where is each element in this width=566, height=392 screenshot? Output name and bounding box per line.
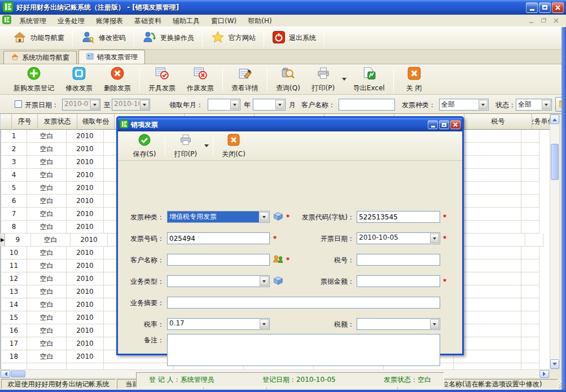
grid-header-seq[interactable]: 序号 <box>12 114 38 130</box>
grid-header-selector <box>1 114 12 130</box>
excel-icon <box>362 66 376 82</box>
status-label: 状态： <box>495 100 516 110</box>
sales-invoice-dialog: 销项发票 保存(S) 打印(P) 关闭(C) 发票种类： 增值税专用发票 <box>116 116 464 355</box>
menu-window[interactable]: 窗口(W) <box>205 15 242 27</box>
vertical-scroll-thumb[interactable] <box>551 144 559 180</box>
query-button[interactable]: 查询(Q) <box>270 65 306 94</box>
print-button[interactable]: 打印(P) <box>306 65 341 94</box>
new-invoice-button[interactable]: 新购发票登记 <box>8 65 60 94</box>
scroll-down-button[interactable] <box>550 359 559 369</box>
save-button[interactable]: 保存(S) <box>127 133 162 160</box>
menu-reports[interactable]: 账簿报表 <box>90 15 129 27</box>
grid-header-year[interactable]: 领取年份 <box>77 114 115 130</box>
mdi-close-button[interactable] <box>551 17 560 25</box>
invoice-date-select[interactable]: 2010-10-05 <box>357 232 440 244</box>
invoice-void-icon <box>192 66 208 82</box>
maximize-button[interactable] <box>539 2 551 13</box>
menu-business[interactable]: 业务处理 <box>52 15 90 27</box>
dialog-close-toolbar-button[interactable]: 关闭(C) <box>216 133 251 160</box>
issue-invoice-button[interactable]: 开具发票 <box>143 65 181 94</box>
menu-system[interactable]: 系统管理 <box>14 15 52 27</box>
close-button[interactable] <box>552 2 564 13</box>
horizontal-scroll-thumb[interactable] <box>11 371 25 377</box>
grid-header-taxno[interactable]: 税号 <box>464 114 532 130</box>
scroll-left-button[interactable] <box>1 370 10 378</box>
dialog-close-button[interactable] <box>450 120 460 129</box>
summary-input[interactable] <box>167 297 440 309</box>
change-password-button[interactable]: 修改密码 <box>75 29 131 48</box>
tab-nav-window[interactable]: 系统功能导航窗 <box>3 51 77 64</box>
menu-base-data[interactable]: 基础资料 <box>129 15 167 27</box>
dialog-form: 发票种类： 增值税专用发票 * 发票代码(字轨)： * 发票号码： * 开票日期… <box>118 161 462 353</box>
invoice-status-text: 发票状态：空白 <box>384 375 431 385</box>
minimize-button[interactable] <box>526 2 538 13</box>
plus-circle-icon <box>27 66 41 82</box>
tab-sales-invoice[interactable]: 销项发票管理 <box>78 50 145 64</box>
switch-operator-button[interactable]: 更换操作员 <box>137 29 200 48</box>
dialog-footer: 登 记 人：系统管理员 登记日期：2010-10-05 发票状态：空白 <box>136 372 444 387</box>
printer-icon <box>179 133 192 148</box>
vertical-scrollbar[interactable] <box>550 114 560 369</box>
menu-tools[interactable]: 辅助工具 <box>167 15 205 27</box>
amount-input[interactable] <box>357 275 440 287</box>
menu-help[interactable]: 帮助(H) <box>242 15 277 27</box>
view-detail-button[interactable]: 查看详情 <box>226 65 264 94</box>
invoice-code-label: 发票代码(字轨)： <box>242 213 354 222</box>
date-to-select[interactable]: 2010-10-05 <box>112 99 150 111</box>
tax-rate-label: 税率： <box>118 320 164 329</box>
close-view-button[interactable]: 关 闭 <box>397 65 432 94</box>
export-excel-button[interactable]: 导出Excel <box>348 65 391 94</box>
home-small-icon <box>11 53 19 63</box>
invoice-kind-select[interactable]: 全部 <box>439 99 489 111</box>
home-icon <box>12 30 27 46</box>
biz-type-label: 业务类型： <box>118 277 164 287</box>
void-invoice-button[interactable]: 作废发票 <box>181 65 220 94</box>
dialog-titlebar: 销项发票 <box>118 118 462 131</box>
customer-name-label: 客户名称： <box>118 256 164 265</box>
grid-header-bizunit[interactable]: 业务单位 <box>532 114 550 130</box>
invoice-date-checkbox[interactable] <box>15 100 22 108</box>
delete-invoice-button[interactable]: 删除发票 <box>98 65 137 94</box>
close-orange-icon <box>227 133 240 148</box>
edit-invoice-button[interactable]: 修改发票 <box>60 65 98 94</box>
printer-icon <box>316 66 331 82</box>
pickup-month-select[interactable] <box>253 99 286 111</box>
menubar: 系统管理 业务处理 账簿报表 基础资料 辅助工具 窗口(W) 帮助(H) <box>0 15 566 27</box>
customer-label: 客户名称： <box>301 100 335 110</box>
tax-amount-select[interactable] <box>357 318 440 330</box>
date-from-select[interactable]: 2010-07-05 <box>62 99 100 111</box>
invoice-code-input[interactable] <box>357 211 440 223</box>
status-select[interactable]: 全部 <box>516 99 552 111</box>
tax-no-input[interactable] <box>357 254 440 266</box>
summary-label: 业务摘要： <box>118 298 164 308</box>
dialog-maximize-button[interactable] <box>439 120 449 129</box>
tax-no-label: 税号： <box>242 256 354 265</box>
remark-textarea[interactable] <box>167 334 440 366</box>
dialog-print-dropdown-arrow[interactable] <box>203 135 210 157</box>
scroll-right-button[interactable] <box>539 370 549 378</box>
invoice-date-label: 开票日期： <box>25 100 59 110</box>
scroll-up-button[interactable] <box>550 114 559 124</box>
dialog-minimize-button[interactable] <box>428 120 438 129</box>
dialog-print-button[interactable]: 打印(P) <box>168 133 203 160</box>
menubar-logo-icon <box>2 15 11 26</box>
titlebar: 好好用财务出纳记账系统（注册版） - [销项发票管理] <box>0 0 566 15</box>
status-welcome: 欢迎使用好好用财务出纳记帐系统 <box>1 379 116 389</box>
invoice-type-label: 发票种类： <box>118 213 164 222</box>
power-icon <box>272 30 286 46</box>
dialog-toolbar: 保存(S) 打印(P) 关闭(C) <box>118 131 462 161</box>
print-dropdown-arrow[interactable] <box>341 68 348 91</box>
mdi-minimize-button[interactable] <box>526 17 536 25</box>
official-site-button[interactable]: 官方网站 <box>205 29 261 48</box>
row-selector-cell[interactable]: ▶ <box>1 234 5 246</box>
edit-square-icon <box>72 66 86 82</box>
exit-system-button[interactable]: 退出系统 <box>266 29 322 48</box>
nav-window-button[interactable]: 功能导航窗 <box>7 29 70 48</box>
mdi-restore-button[interactable] <box>539 17 548 25</box>
to-label: 至 <box>104 100 111 110</box>
tax-amount-label: 税额： <box>242 320 354 329</box>
customer-filter-input[interactable] <box>339 99 395 111</box>
close-orange-icon <box>407 66 422 82</box>
pickup-year-select[interactable] <box>208 99 240 111</box>
grid-header-status[interactable]: 发票状态 <box>38 114 77 130</box>
